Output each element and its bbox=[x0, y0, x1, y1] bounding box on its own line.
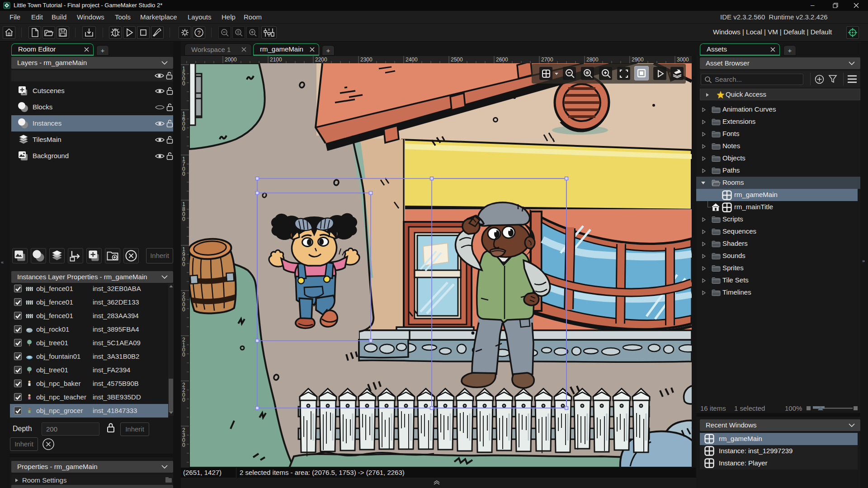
svg-text:2800: 2800 bbox=[586, 56, 599, 63]
svg-text:2900: 2900 bbox=[632, 56, 644, 63]
svg-text:2400: 2400 bbox=[406, 56, 418, 63]
svg-text:2300: 2300 bbox=[360, 56, 373, 63]
svg-text:0: 0 bbox=[182, 171, 185, 177]
svg-text:2000: 2000 bbox=[225, 56, 237, 63]
svg-text:?: ? bbox=[197, 29, 200, 36]
svg-text:0: 0 bbox=[182, 306, 185, 313]
svg-text:2600: 2600 bbox=[496, 56, 508, 63]
svg-text:0: 0 bbox=[182, 126, 185, 132]
svg-text:2100: 2100 bbox=[270, 56, 282, 63]
svg-text:0: 0 bbox=[182, 352, 185, 358]
svg-text:0: 0 bbox=[182, 80, 185, 87]
svg-text:2500: 2500 bbox=[451, 56, 463, 63]
svg-text:2200: 2200 bbox=[315, 56, 327, 63]
svg-text:3000: 3000 bbox=[677, 56, 689, 63]
svg-text:0: 0 bbox=[182, 216, 185, 222]
svg-text:2700: 2700 bbox=[541, 56, 553, 63]
svg-text:0: 0 bbox=[182, 442, 185, 448]
svg-text:0: 0 bbox=[182, 397, 185, 403]
svg-text:0: 0 bbox=[182, 261, 185, 267]
